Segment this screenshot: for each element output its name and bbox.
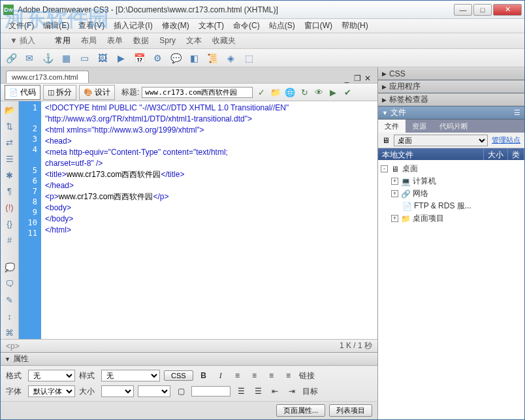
outdent-icon[interactable]: ⇤ xyxy=(268,385,281,397)
insert-tab[interactable]: Spry xyxy=(154,34,181,47)
files-tab[interactable]: 文件 xyxy=(378,120,406,133)
highlight-icon[interactable]: (!) xyxy=(3,201,16,214)
date-icon[interactable]: 📅 xyxy=(133,52,146,65)
anchor-icon[interactable]: ⚓ xyxy=(41,52,54,65)
validate-icon[interactable]: ▶ xyxy=(327,86,339,98)
script-icon[interactable]: 📜 xyxy=(206,52,219,65)
insert-tab[interactable]: 文本 xyxy=(181,34,207,47)
tree-item[interactable]: 📄FTP & RDS 服... xyxy=(379,200,523,212)
menu-item[interactable]: 查看(V) xyxy=(74,19,108,33)
properties-header[interactable]: ▼ 属性 xyxy=(1,353,377,366)
size-unit-select[interactable] xyxy=(138,385,170,397)
ul-icon[interactable]: ☰ xyxy=(234,385,247,397)
format-select[interactable]: 无 xyxy=(28,370,75,381)
style-select[interactable]: 无 xyxy=(101,370,160,381)
align-right-icon[interactable]: ≡ xyxy=(265,370,278,381)
line-numbers-icon[interactable]: ¶ xyxy=(3,186,16,198)
align-center-icon[interactable]: ≡ xyxy=(248,370,261,381)
page-properties-button[interactable]: 页面属性... xyxy=(276,404,325,417)
bold-button[interactable]: B xyxy=(197,370,210,381)
syntax-icon[interactable]: {} xyxy=(3,218,16,230)
ol-icon[interactable]: ☰ xyxy=(251,385,264,397)
tree-item[interactable]: +🔗网络 xyxy=(379,187,523,200)
head-icon[interactable]: ◧ xyxy=(187,52,200,65)
indent-icon[interactable]: ⇥ xyxy=(285,385,298,397)
insert-tab[interactable]: 布局 xyxy=(76,34,102,47)
expand-icon[interactable]: + xyxy=(391,215,398,222)
email-icon[interactable]: ✉ xyxy=(23,52,36,65)
text-color-icon[interactable]: ▢ xyxy=(174,385,187,397)
col-local[interactable]: 本地文件 xyxy=(378,148,484,160)
insert-dropdown[interactable]: ▼ 插入 xyxy=(5,33,40,48)
insert-tab[interactable]: 常用 xyxy=(50,34,76,47)
menu-item[interactable]: 文本(T) xyxy=(195,19,228,33)
tag-chooser-icon[interactable]: ⬚ xyxy=(242,52,255,65)
preview-icon[interactable]: 🌐 xyxy=(284,86,296,98)
spell-check-icon[interactable]: ✓ xyxy=(255,86,267,98)
menu-item[interactable]: 修改(M) xyxy=(158,19,193,33)
div-icon[interactable]: ▭ xyxy=(78,52,91,65)
css-panel-header[interactable]: ▶CSS xyxy=(378,67,524,80)
list-item-button[interactable]: 列表项目 xyxy=(329,404,372,417)
expand-icon[interactable]: ⇄ xyxy=(3,137,16,149)
menu-item[interactable]: 站点(S) xyxy=(265,19,299,33)
insert-tab[interactable]: 表单 xyxy=(102,34,128,47)
tag-panel-header[interactable]: ▶标签检查器 xyxy=(378,93,524,106)
files-tab[interactable]: 资源 xyxy=(406,120,433,133)
move-icon[interactable]: ↕ xyxy=(3,310,16,323)
collapse-icon[interactable]: ⇅ xyxy=(3,120,16,133)
tag-selector[interactable]: <p> xyxy=(6,342,20,351)
italic-button[interactable]: I xyxy=(214,370,227,381)
view-options-icon[interactable]: 👁 xyxy=(313,86,325,98)
insert-tab[interactable]: 数据 xyxy=(128,34,154,47)
files-tab[interactable]: 代码片断 xyxy=(433,120,475,133)
color-input[interactable] xyxy=(191,386,231,396)
col-type[interactable]: 类 xyxy=(508,148,524,160)
design-view-button[interactable]: 🎨设计 xyxy=(79,85,115,100)
split-view-button[interactable]: ◫拆分 xyxy=(43,85,76,100)
document-tab[interactable]: www.cr173.com.html xyxy=(6,71,89,83)
check-icon[interactable]: ✔ xyxy=(342,86,353,98)
expand-icon[interactable]: - xyxy=(381,165,388,172)
app-panel-header[interactable]: ▶应用程序 xyxy=(378,80,524,93)
hyperlink-icon[interactable]: 🔗 xyxy=(5,52,18,65)
align-left-icon[interactable]: ≡ xyxy=(231,370,244,381)
doc-minimize-icon[interactable]: _ xyxy=(342,74,351,83)
font-select[interactable]: 默认字体 xyxy=(28,385,75,397)
doc-close-icon[interactable]: ✕ xyxy=(363,74,372,83)
code-view-button[interactable]: 📄代码 xyxy=(5,85,40,100)
css-button[interactable]: CSS xyxy=(164,370,193,381)
code-area[interactable]: <!DOCTYPE html PUBLIC "-//W3C//DTD XHTML… xyxy=(41,101,377,339)
select-parent-icon[interactable]: ☰ xyxy=(3,153,16,165)
minimize-button[interactable]: — xyxy=(454,4,472,16)
col-size[interactable]: 大小 xyxy=(484,148,508,160)
size-select[interactable] xyxy=(101,385,134,397)
expand-icon[interactable]: + xyxy=(391,178,398,185)
table-icon[interactable]: ▦ xyxy=(59,52,72,65)
remove-comment-icon[interactable]: 🗨 xyxy=(3,278,16,290)
word-wrap-icon[interactable]: # xyxy=(3,234,16,246)
open-docs-icon[interactable]: 📂 xyxy=(3,104,16,116)
menu-item[interactable]: 命令(C) xyxy=(229,19,264,33)
media-icon[interactable]: ▶ xyxy=(114,52,127,65)
menu-item[interactable]: 插入记录(I) xyxy=(110,19,156,33)
menu-item[interactable]: 窗口(W) xyxy=(300,19,336,33)
menu-item[interactable]: 编辑(E) xyxy=(39,19,73,33)
doc-restore-icon[interactable]: ❐ xyxy=(353,74,362,83)
server-icon[interactable]: ⚙ xyxy=(151,52,164,65)
title-input[interactable] xyxy=(142,87,253,98)
tree-item[interactable]: -🖥桌面 xyxy=(379,163,523,175)
manage-sites-link[interactable]: 管理站点 xyxy=(492,135,520,145)
maximize-button[interactable]: □ xyxy=(473,4,492,16)
recent-snippets-icon[interactable]: ✎ xyxy=(3,294,16,306)
format-icon[interactable]: ⌘ xyxy=(3,327,16,339)
insert-tab[interactable]: 收藏夹 xyxy=(207,34,241,47)
tree-item[interactable]: +📁桌面项目 xyxy=(379,212,523,225)
panel-menu-icon[interactable]: ☰ xyxy=(514,108,520,117)
menu-item[interactable]: 帮助(H) xyxy=(338,19,372,33)
apply-comment-icon[interactable]: 💭 xyxy=(3,262,16,274)
refresh-icon[interactable]: ↻ xyxy=(298,86,310,98)
balance-braces-icon[interactable]: ✱ xyxy=(3,169,16,182)
templates-icon[interactable]: ◈ xyxy=(224,52,237,65)
align-justify-icon[interactable]: ≡ xyxy=(282,370,295,381)
